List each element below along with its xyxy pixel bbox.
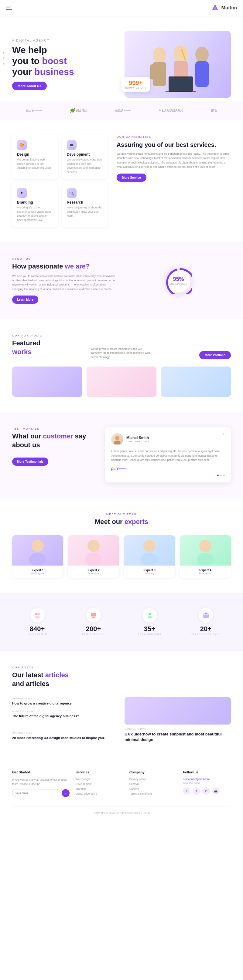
newsletter-input[interactable] (12, 789, 61, 797)
team-photo-2 (68, 535, 119, 566)
hero-title: We help you to boost your business (12, 45, 118, 77)
hamburger-button[interactable] (6, 5, 12, 11)
stat-number-4: 20+ (181, 625, 231, 633)
testimonials-left: TESTIMONIALS What our customer say about… (12, 427, 96, 482)
dot-1 (217, 474, 219, 476)
footer-link-careers[interactable]: Careers (129, 788, 177, 791)
portfolio-title-area: OUR PORTFOLIO Featuredworks (12, 334, 43, 359)
footer-link-privacy[interactable]: Privacy policy (129, 778, 177, 781)
svg-rect-32 (91, 613, 96, 617)
newsletter-submit-button[interactable]: → (62, 789, 70, 797)
footer-link-webdesign[interactable]: Web design (76, 778, 123, 781)
more-testimonials-button[interactable]: More Testimonials (12, 458, 48, 466)
blog-left-col: GENERAL / 3 MIN How to grow a creative d… (12, 697, 118, 721)
services-layout: 🎨 Design We create leading web design se… (12, 135, 231, 227)
svg-point-19 (115, 436, 119, 440)
team-card-3: Expert 3 Branding (124, 535, 175, 578)
service-card-dev: 💻 Development We provide cutting edge we… (62, 135, 107, 179)
team-name-2: Expert 2 (71, 569, 116, 572)
dev-desc: We provide cutting edge web design and t… (67, 158, 103, 174)
footer-col-company: Company Privacy policy Sitemap Careers T… (129, 770, 177, 797)
portfolio-item-3 (161, 366, 231, 397)
brand-3: eMB —— (115, 108, 131, 113)
svg-point-23 (88, 540, 100, 552)
svg-rect-36 (203, 614, 209, 618)
svg-rect-0 (6, 6, 12, 6)
footer-col1-title: Get Started (12, 770, 70, 774)
stat-label-1: HAPPY CLIENT (12, 633, 62, 636)
logo: Multim (211, 4, 237, 12)
portfolio-title: Featuredworks (12, 339, 43, 356)
team-photo-1 (12, 535, 63, 566)
social-fb[interactable]: f (3, 51, 5, 54)
about-label: ABOUT US (12, 257, 117, 260)
social-facebook-icon[interactable]: f (183, 788, 190, 795)
more-portfolio-button[interactable]: More Portfolio (199, 351, 231, 359)
stat-number-2: 200+ (68, 625, 118, 633)
team-name-3: Expert 3 (127, 569, 172, 572)
blog-featured-image (125, 697, 231, 724)
social-photo-icon[interactable]: 📷 (212, 788, 220, 795)
service-card-research: 🔍 Research More the journey is about the… (62, 183, 107, 227)
testimonial-signature: pure—— (111, 466, 225, 471)
author-name: Michel Smith (126, 436, 149, 440)
testimonials-right: " Michel Smith Lorem ipsum dolor Lorem i… (105, 427, 231, 482)
footer-link-development[interactable]: Development (76, 783, 123, 786)
blog-featured-date: GENERAL / 3 MIN (125, 727, 231, 730)
team-title: Meet our experts (12, 518, 231, 527)
author-info: Michel Smith Lorem ipsum dolor (126, 436, 149, 443)
stat-label-3: TEAM MEMBERS (125, 633, 175, 636)
svg-rect-1 (6, 8, 10, 8)
brand-5: ⊞ Ε (211, 108, 217, 113)
team-photo-4 (180, 535, 231, 566)
blog-date-2: BUSINESS / 5 MIN (12, 710, 118, 713)
dot-2 (220, 474, 222, 476)
experience-icon (199, 608, 213, 623)
hero-image-area: 999+ HAPPY CLIENT (125, 31, 231, 98)
research-title: Research (67, 200, 103, 205)
blog-item-2: BUSINESS / 5 MIN The future of the digit… (12, 710, 118, 718)
footer-email: someone@gmail.com (183, 778, 231, 781)
stats-number: 999+ (125, 80, 146, 86)
blog-title-1[interactable]: How to grow a creative digital agency (12, 701, 118, 705)
svg-point-25 (143, 540, 155, 552)
footer-grid: Get Started If you want to know all upda… (12, 770, 231, 797)
stat-experience: 20+ YEARS EXPERIENCE (181, 608, 231, 636)
hero-cta-button[interactable]: More About Us (12, 82, 47, 90)
svg-point-20 (114, 441, 121, 444)
research-icon: 🔍 (67, 188, 77, 198)
footer-social-icons: f t in 📷 (183, 788, 231, 795)
testimonial-author: Michel Smith Lorem ipsum dolor (111, 433, 225, 445)
svg-rect-7 (150, 64, 155, 80)
more-service-button[interactable]: More Service (117, 173, 146, 182)
social-twitter-icon[interactable]: t (193, 788, 200, 795)
footer-link-sitemap[interactable]: Sitemap (129, 783, 177, 786)
footer-link-digital-adv[interactable]: Digital advertising (76, 792, 123, 795)
social-tw[interactable]: t (3, 57, 5, 60)
blog-title-2[interactable]: The future of the digital agency busines… (12, 714, 118, 718)
social-in[interactable]: in (3, 62, 5, 65)
team-info-2: Expert 2 Developer (68, 566, 119, 578)
blog-featured-title[interactable]: UX guide:how to create simplest and most… (125, 732, 231, 743)
footer-link-branding[interactable]: Branding (76, 788, 123, 791)
stat-team: 35+ TEAM MEMBERS (125, 608, 175, 636)
testimonial-card: " Michel Smith Lorem ipsum dolor Lorem i… (105, 427, 231, 482)
team-icon (142, 608, 157, 623)
team-info-1: Expert 1 UI Designer (12, 566, 63, 578)
design-title: Design (17, 152, 53, 157)
svg-point-5 (153, 47, 166, 63)
about-title: How passionate we are? (12, 262, 117, 271)
blog-title: Our latest articlesand articles (12, 671, 231, 688)
svg-point-31 (35, 616, 40, 619)
logo-text: Multim (221, 5, 237, 11)
footer-link-terms[interactable]: Terms & conditions (129, 792, 177, 795)
portfolio-section: OUR PORTFOLIO Featuredworks We help you … (0, 319, 243, 412)
team-label: MEET OUR TEAM (12, 513, 231, 516)
blog-label: OUR POSTS (12, 666, 231, 669)
brand-2: 🌿 Baltic (70, 108, 88, 113)
learn-more-button[interactable]: Learn More (12, 296, 38, 304)
author-title: Lorem ipsum dolor (126, 440, 149, 443)
svg-point-21 (32, 540, 44, 552)
social-instagram-icon[interactable]: in (203, 788, 210, 795)
blog-right-title-1[interactable]: 20 most interesting UX design case studi… (12, 736, 118, 740)
